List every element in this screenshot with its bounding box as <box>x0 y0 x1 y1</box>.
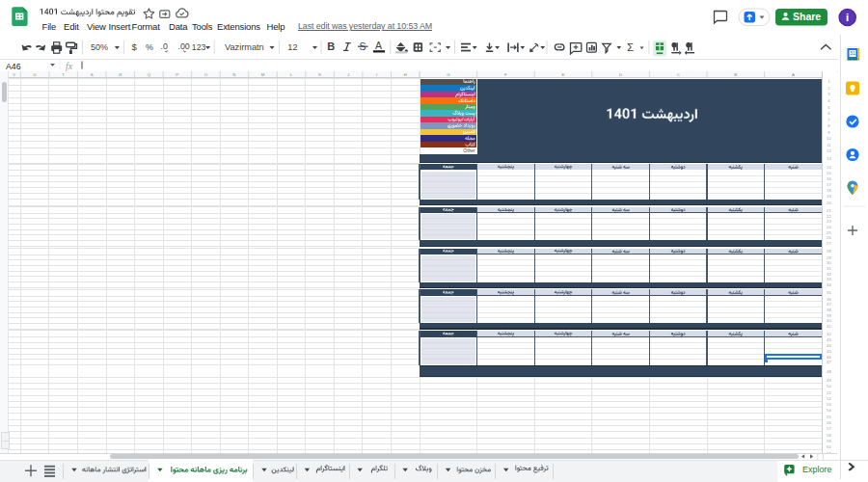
svg-text:Other: Other <box>463 148 475 153</box>
